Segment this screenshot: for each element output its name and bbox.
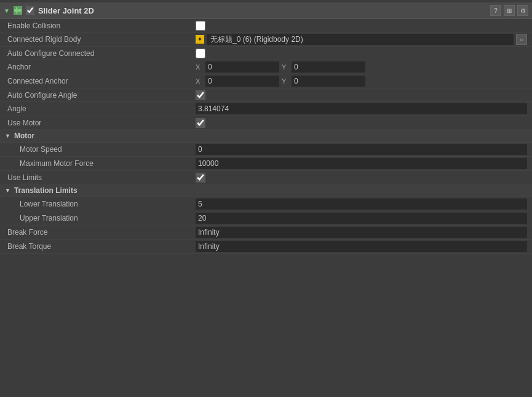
- break-torque-row: Break Torque: [0, 240, 532, 254]
- auto-configure-connected-checkbox[interactable]: [196, 49, 205, 58]
- help-icon-button[interactable]: ?: [490, 5, 501, 16]
- connected-rigid-body-value: ✦ ○: [196, 34, 527, 45]
- break-force-input[interactable]: [196, 227, 527, 238]
- use-limits-row: Use Limits: [0, 171, 532, 184]
- motor-speed-label: Motor Speed: [5, 145, 196, 154]
- motor-speed-value: [196, 144, 527, 155]
- auto-configure-angle-value: [196, 90, 527, 100]
- connected-rigid-body-label: Connected Rigid Body: [5, 35, 196, 44]
- anchor-x-input[interactable]: [205, 61, 279, 73]
- anchor-x-label: X: [196, 63, 203, 71]
- use-motor-label: Use Motor: [5, 119, 196, 127]
- upper-translation-row: Upper Translation: [0, 211, 532, 226]
- use-motor-checkbox[interactable]: [196, 118, 205, 128]
- rigidbody-icon: ✦: [196, 35, 204, 44]
- break-force-value: [196, 227, 527, 238]
- component-icon: [14, 6, 22, 15]
- anchor-row: Anchor X Y: [0, 60, 532, 74]
- angle-label: Angle: [5, 104, 196, 113]
- use-limits-checkbox[interactable]: [196, 173, 205, 183]
- connected-anchor-y-input[interactable]: [292, 76, 365, 87]
- lower-translation-label: Lower Translation: [5, 200, 196, 208]
- translation-limits-title: Translation Limits: [14, 186, 77, 195]
- motor-section-title: Motor: [14, 132, 34, 140]
- connected-anchor-label: Connected Anchor: [5, 77, 196, 85]
- max-motor-force-input[interactable]: [196, 158, 527, 169]
- break-force-label: Break Force: [5, 228, 196, 237]
- translation-limits-section-header[interactable]: ▼ Translation Limits: [0, 184, 532, 197]
- motor-speed-input[interactable]: [196, 144, 527, 155]
- use-motor-value: [196, 118, 527, 128]
- anchor-label: Anchor: [5, 63, 196, 71]
- svg-rect-0: [14, 9, 22, 12]
- use-limits-value: [196, 173, 527, 183]
- connected-anchor-x-label: X: [196, 77, 203, 85]
- use-limits-label: Use Limits: [5, 173, 196, 182]
- connected-anchor-y-label: Y: [282, 77, 289, 85]
- motor-section-arrow: ▼: [5, 133, 10, 139]
- enable-collision-value: [196, 21, 527, 31]
- auto-configure-connected-label: Auto Configure Connected: [5, 49, 196, 58]
- break-force-row: Break Force: [0, 226, 532, 240]
- auto-configure-connected-row: Auto Configure Connected: [0, 47, 532, 60]
- collapse-arrow[interactable]: ▼: [4, 7, 10, 14]
- break-torque-label: Break Torque: [5, 242, 196, 251]
- translation-limits-arrow: ▼: [5, 187, 10, 194]
- anchor-y-label: Y: [282, 63, 289, 71]
- auto-configure-connected-value: [196, 49, 527, 58]
- inspector-panel: ▼ Slider Joint 2D ? ⊞ ⚙ Enable Collision…: [0, 0, 532, 256]
- upper-translation-value: [196, 213, 527, 224]
- auto-configure-angle-row: Auto Configure Angle: [0, 88, 532, 102]
- enable-collision-checkbox[interactable]: [196, 21, 205, 31]
- header-icons: ? ⊞ ⚙: [490, 5, 528, 16]
- layout-icon-button[interactable]: ⊞: [504, 5, 515, 16]
- body-select-button[interactable]: ○: [516, 34, 527, 45]
- use-motor-row: Use Motor: [0, 116, 532, 130]
- angle-input[interactable]: [196, 103, 527, 114]
- upper-translation-label: Upper Translation: [5, 214, 196, 222]
- anchor-y-input[interactable]: [292, 61, 365, 73]
- break-torque-input[interactable]: [196, 241, 527, 252]
- max-motor-force-label: Maximum Motor Force: [5, 159, 196, 168]
- motor-speed-row: Motor Speed: [0, 143, 532, 157]
- connected-rigid-body-input[interactable]: [207, 34, 514, 45]
- lower-translation-value: [196, 198, 527, 210]
- component-header: ▼ Slider Joint 2D ? ⊞ ⚙: [0, 2, 532, 19]
- max-motor-force-row: Maximum Motor Force: [0, 157, 532, 171]
- angle-row: Angle: [0, 102, 532, 116]
- connected-anchor-value: X Y: [196, 76, 527, 87]
- auto-configure-angle-label: Auto Configure Angle: [5, 91, 196, 100]
- upper-translation-input[interactable]: [196, 213, 527, 224]
- anchor-value: X Y: [196, 61, 527, 73]
- svg-rect-1: [16, 7, 17, 14]
- max-motor-force-value: [196, 158, 527, 169]
- settings-icon-button[interactable]: ⚙: [517, 5, 528, 16]
- connected-rigid-body-row: Connected Rigid Body ✦ ○: [0, 33, 532, 47]
- connected-anchor-row: Connected Anchor X Y: [0, 74, 532, 88]
- lower-translation-row: Lower Translation: [0, 197, 532, 211]
- enable-collision-label: Enable Collision: [5, 22, 196, 30]
- break-torque-value: [196, 241, 527, 252]
- angle-value: [196, 103, 527, 114]
- auto-configure-angle-checkbox[interactable]: [196, 90, 205, 100]
- lower-translation-input[interactable]: [196, 198, 527, 210]
- component-enable-checkbox[interactable]: [26, 6, 34, 15]
- connected-anchor-x-input[interactable]: [205, 76, 279, 87]
- component-title: Slider Joint 2D: [38, 6, 486, 15]
- motor-section-header[interactable]: ▼ Motor: [0, 130, 532, 143]
- enable-collision-row: Enable Collision: [0, 19, 532, 33]
